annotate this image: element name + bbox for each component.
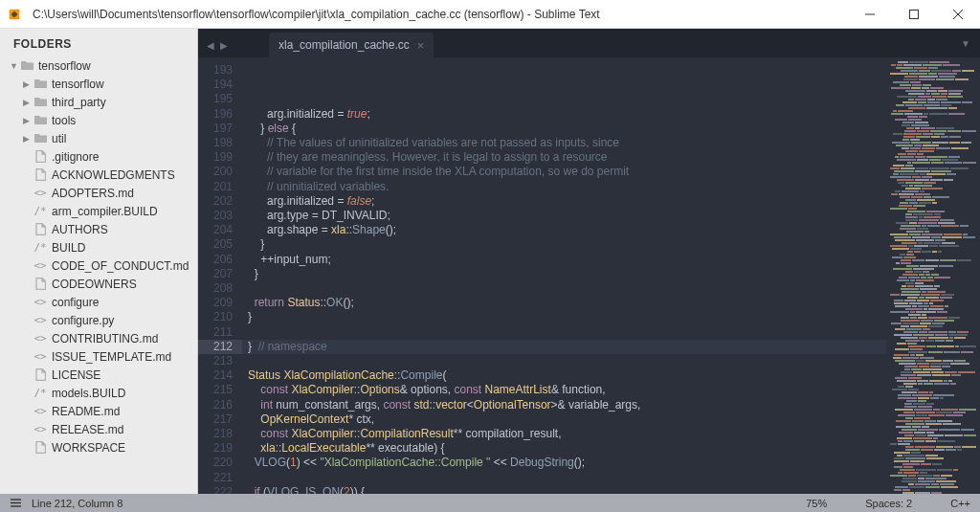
folder-icon [33,115,48,125]
file-icon [33,150,48,163]
indent-setting[interactable]: Spaces: 2 [865,498,912,509]
file-item[interactable]: <>RELEASE.md [0,420,197,438]
file-item[interactable]: <>ISSUE_TEMPLATE.md [0,347,197,366]
cursor-position[interactable]: Line 212, Column 8 [32,498,122,509]
sidebar[interactable]: FOLDERS ▼tensorflow▶tensorflow▶third_par… [0,29,198,494]
file-icon [33,223,48,235]
tree-item-label: CODEOWNERS [52,278,137,291]
statusbar: Line 212, Column 8 75% Spaces: 2 C++ [0,494,980,512]
file-item[interactable]: <>CODE_OF_CONDUCT.md [0,256,197,275]
disclosure-arrow-icon: ▶ [23,116,33,125]
file-icon: <> [33,259,48,272]
tree-item-label: BUILD [52,241,85,255]
folder-item[interactable]: ▶tensorflow [0,75,197,93]
file-item[interactable]: <>configure [0,293,197,311]
file-item[interactable]: <>README.md [0,402,197,420]
tree-item-label: RELEASE.md [52,423,123,436]
minimap[interactable] [886,57,980,494]
minimize-button[interactable] [848,0,892,29]
file-item[interactable]: LICENSE [0,366,197,384]
file-item[interactable]: /*arm_compiler.BUILD [0,202,197,220]
app-icon [0,8,29,21]
file-icon: <> [33,423,48,435]
file-item[interactable]: .gitignore [0,147,197,166]
tab-close-icon[interactable]: × [417,38,425,53]
folder-item[interactable]: ▼tensorflow [0,56,197,75]
folder-icon [33,78,48,89]
file-icon: /* [33,387,48,399]
file-icon: <> [33,187,48,199]
code-view[interactable]: 1931941951961971981992002012022032042052… [198,57,980,494]
folder-icon [33,97,48,107]
tree-item-label: tensorflow [52,78,104,91]
file-icon: <> [33,405,48,417]
disclosure-arrow-icon: ▼ [10,61,19,71]
tree-item-label: tensorflow [38,59,91,73]
tree-item-label: ISSUE_TEMPLATE.md [52,350,171,364]
file-item[interactable]: <>ADOPTERS.md [0,184,197,202]
file-item[interactable]: AUTHORS [0,220,197,238]
file-icon [33,368,48,381]
folder-tree: ▼tensorflow▶tensorflow▶third_party▶tools… [0,56,197,456]
folder-item[interactable]: ▶tools [0,111,197,129]
file-item[interactable]: <>configure.py [0,311,197,329]
file-item[interactable]: CODEOWNERS [0,275,197,293]
file-item[interactable]: /*models.BUILD [0,384,197,402]
tree-item-label: .gitignore [52,150,99,164]
file-icon [33,441,48,454]
tab-prev-icon[interactable]: ◀ [204,33,217,57]
syntax-lang[interactable]: C++ [950,498,970,509]
tree-item-label: AUTHORS [52,223,108,236]
folders-header: FOLDERS [0,34,197,56]
tree-item-label: ADOPTERS.md [52,187,134,200]
tree-item-label: util [52,132,66,145]
tree-item-label: ACKNOWLEDGMENTS [52,168,175,182]
close-button[interactable] [936,0,980,29]
folder-icon [19,60,34,71]
line-gutter: 1931941951961971981992002012022032042052… [198,57,242,494]
tree-item-label: CONTRIBUTING.md [52,332,158,345]
tree-item-label: CODE_OF_CONDUCT.md [52,259,189,273]
tree-item-label: configure [52,296,99,309]
file-icon: <> [33,350,48,363]
tree-item-label: models.BUILD [52,387,125,400]
window-controls [848,0,980,29]
svg-rect-2 [910,10,919,18]
window-title: C:\Users\will\Documents\tensorflow\tenso… [29,8,848,21]
scroll-percent[interactable]: 75% [806,498,827,509]
tab-bar: ◀ ▶ xla_compilation_cache.cc × ▼ [198,29,980,57]
file-icon: <> [33,332,48,345]
tree-item-label: README.md [52,405,120,418]
disclosure-arrow-icon: ▶ [23,79,33,89]
file-icon: /* [33,205,48,217]
tree-item-label: third_party [52,96,106,109]
file-icon: <> [33,296,48,308]
editor-area: ◀ ▶ xla_compilation_cache.cc × ▼ 1931941… [198,29,980,494]
file-icon: /* [33,241,48,254]
tab-next-icon[interactable]: ▶ [217,33,231,57]
titlebar[interactable]: C:\Users\will\Documents\tensorflow\tenso… [0,0,980,29]
tree-item-label: arm_compiler.BUILD [52,205,158,218]
file-icon: <> [33,314,48,326]
file-icon [33,168,48,181]
file-item[interactable]: /*BUILD [0,238,197,256]
file-item[interactable]: WORKSPACE [0,438,197,456]
tree-item-label: WORKSPACE [52,441,125,455]
code-content[interactable]: arg.initialized = true; } else { // The … [242,57,886,494]
disclosure-arrow-icon: ▶ [23,134,33,144]
tab-label: xla_compilation_cache.cc [278,38,410,52]
tab-dropdown-icon[interactable]: ▼ [951,38,980,49]
file-item[interactable]: <>CONTRIBUTING.md [0,329,197,347]
file-icon [33,278,48,290]
tree-item-label: LICENSE [52,368,100,382]
menu-icon[interactable] [10,497,22,509]
folder-item[interactable]: ▶util [0,129,197,147]
disclosure-arrow-icon: ▶ [23,98,33,107]
folder-item[interactable]: ▶third_party [0,93,197,111]
file-item[interactable]: ACKNOWLEDGMENTS [0,166,197,184]
tab-active[interactable]: xla_compilation_cache.cc × [269,33,434,57]
maximize-button[interactable] [892,0,936,29]
tree-item-label: tools [52,114,76,127]
tree-item-label: configure.py [52,314,114,327]
folder-icon [33,133,48,144]
